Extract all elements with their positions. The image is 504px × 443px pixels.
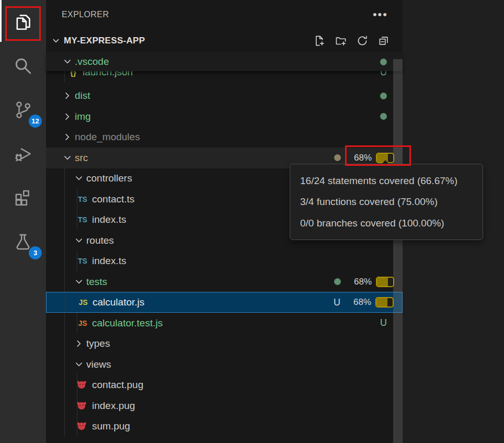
tooltip-line: 0/0 branches covered (100.00%) — [290, 218, 483, 229]
tree-item-sum.pug[interactable]: sum.pug — [46, 416, 403, 437]
testing-badge: 3 — [29, 246, 42, 259]
item-label: index.pug — [92, 400, 135, 412]
item-label: types — [86, 338, 110, 349]
activity-bar: 123 — [0, 0, 46, 443]
chevron-right-icon — [63, 132, 72, 142]
chevron-right-icon — [74, 339, 84, 348]
git-modified-dot — [334, 154, 341, 161]
coverage-badge[interactable]: 68% — [353, 297, 394, 308]
chevron-right-icon — [63, 91, 72, 100]
chevron-down-icon — [74, 174, 84, 183]
new-file-button[interactable] — [313, 35, 326, 47]
refresh-button[interactable] — [356, 35, 369, 47]
chevron-down-icon — [63, 153, 72, 163]
tree-item-tests[interactable]: tests 68% — [46, 271, 403, 292]
indent-guide — [77, 292, 78, 312]
tooltip-line: 16/24 statements covered (66.67%) — [290, 175, 483, 187]
indent-guide — [77, 313, 77, 334]
item-label: contact.ts — [92, 194, 134, 205]
chevron-down-icon — [74, 236, 84, 245]
tree-item-index.pug[interactable]: index.pug — [46, 395, 403, 416]
indent-guide — [64, 230, 65, 251]
indent-guide — [77, 251, 77, 271]
indent-guide — [77, 189, 77, 210]
typescript-icon: TS — [76, 215, 89, 224]
git-untracked-dot — [334, 278, 341, 285]
workspace-name: MY-EXPRESS-APP — [64, 36, 145, 46]
item-label: img — [75, 111, 91, 122]
indent-guide — [77, 395, 77, 416]
indent-guide — [77, 416, 77, 437]
javascript-test-icon: JS — [76, 319, 89, 327]
pug-icon — [76, 401, 89, 411]
chevron-down-icon — [74, 360, 84, 369]
activitybar-item-source-control[interactable]: 12 — [0, 88, 46, 132]
tree-item-contact.pug[interactable]: contact.pug — [46, 374, 403, 395]
indent-guide — [64, 374, 65, 395]
activitybar-item-search[interactable] — [0, 44, 46, 88]
git-untracked-badge: U — [380, 317, 387, 328]
indent-guide — [64, 354, 65, 375]
item-label: views — [86, 359, 111, 370]
coverage-bar — [376, 277, 394, 287]
tree-item-dist[interactable]: dist — [46, 85, 403, 106]
tree-item-.vscode[interactable]: .vscode — [46, 52, 403, 71]
git-untracked-dot — [380, 59, 387, 65]
indent-guide — [64, 209, 65, 230]
coverage-percent: 68% — [354, 153, 372, 163]
typescript-icon: TS — [76, 195, 89, 203]
new-folder-button[interactable] — [335, 35, 347, 47]
indent-guide — [77, 374, 77, 395]
item-label: controllers — [86, 173, 132, 184]
javascript-icon: JS — [77, 298, 89, 306]
tree-item-node-modules[interactable]: node_modules — [46, 127, 403, 147]
explorer-sidebar: EXPLORER ••• MY-EXPRESS-APP .vscode{}lau… — [46, 0, 403, 443]
item-label: src — [75, 152, 88, 164]
indent-guide — [64, 313, 65, 334]
coverage-percent: 68% — [354, 277, 372, 287]
activitybar-item-testing[interactable]: 3 — [0, 220, 46, 264]
indent-guide — [64, 333, 65, 354]
sidebar-header: EXPLORER ••• — [46, 0, 403, 29]
tree-item-calculator.test.js[interactable]: JScalculator.test.jsU — [46, 313, 403, 334]
tree-item-img[interactable]: img — [46, 106, 403, 127]
coverage-badge[interactable]: 68% — [354, 277, 394, 287]
coverage-bar — [375, 297, 394, 308]
pug-icon — [76, 422, 89, 431]
tree-item-index.ts[interactable]: TSindex.ts — [46, 251, 403, 271]
files-icon — [12, 11, 34, 33]
new-folder-icon — [335, 35, 347, 47]
more-actions-icon[interactable]: ••• — [373, 12, 388, 17]
item-label: node_modules — [75, 131, 140, 143]
item-label: index.ts — [92, 255, 126, 267]
chevron-down-icon — [74, 277, 84, 287]
tree-item-types[interactable]: types — [46, 333, 403, 354]
tree-item-views[interactable]: views — [46, 354, 403, 375]
indent-guide — [64, 395, 65, 416]
refresh-icon — [357, 35, 368, 47]
item-label: sum.pug — [92, 421, 130, 432]
new-file-icon — [314, 35, 325, 47]
pug-icon — [76, 380, 89, 390]
activitybar-item-explorer[interactable] — [0, 0, 46, 44]
item-label: calculator.test.js — [92, 317, 163, 329]
chevron-right-icon — [63, 112, 72, 121]
item-label: index.ts — [92, 214, 126, 225]
activitybar-item-extensions[interactable] — [0, 176, 46, 220]
item-label: .vscode — [75, 56, 109, 67]
collapse-all-button[interactable] — [377, 35, 390, 47]
typescript-icon: TS — [76, 257, 89, 265]
workspace-root-row[interactable]: MY-EXPRESS-APP — [46, 29, 403, 52]
tooltip-line: 3/4 functions covered (75.00%) — [290, 196, 483, 208]
activitybar-item-run-debug[interactable] — [0, 132, 46, 176]
indent-guide — [64, 168, 65, 189]
git-untracked-dot — [380, 93, 387, 99]
run-debug-icon — [13, 143, 33, 164]
tree-scrollbar[interactable] — [393, 59, 403, 443]
indent-guide — [64, 416, 65, 437]
collapse-all-icon — [378, 35, 390, 47]
git-untracked-dot — [380, 113, 387, 120]
item-label: tests — [86, 276, 107, 288]
tree-item-calculator.js[interactable]: JScalculator.jsU 68% — [46, 292, 403, 313]
item-label: calculator.js — [93, 297, 144, 308]
